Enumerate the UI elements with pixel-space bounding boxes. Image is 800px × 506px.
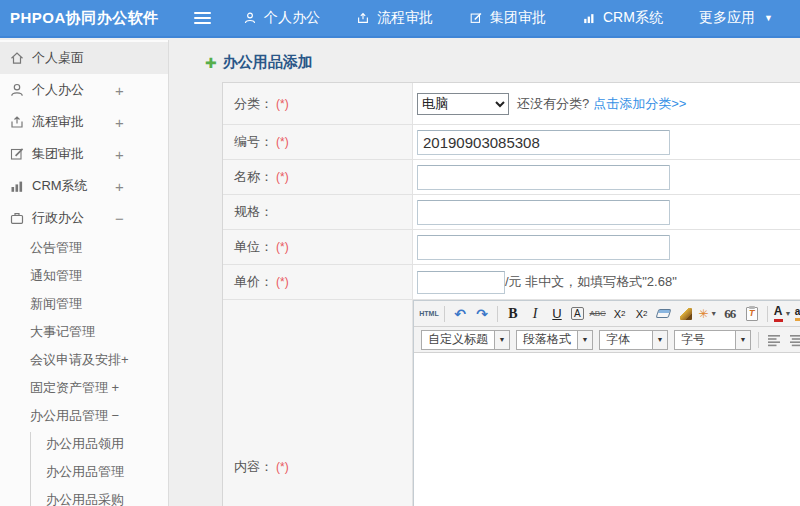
unit-input[interactable] bbox=[417, 235, 670, 260]
sidebar-item-office-supplies-mgmt[interactable]: 办公用品管理 − bbox=[0, 402, 168, 430]
superscript-button[interactable]: X2 bbox=[610, 304, 630, 324]
sidebar-item-workflow-approval[interactable]: 流程审批 + bbox=[0, 106, 168, 138]
form-row-code: 编号： (*) bbox=[223, 125, 800, 160]
category-select[interactable]: 电脑 bbox=[417, 93, 509, 115]
field-label: 规格： bbox=[234, 203, 273, 221]
sidebar-item-memorabilia-mgmt[interactable]: 大事记管理 bbox=[0, 318, 168, 346]
content-label: 内容： (*) bbox=[223, 300, 413, 506]
source-code-button[interactable]: HTML bbox=[419, 304, 439, 324]
strikethrough-button[interactable]: ABC bbox=[588, 304, 608, 324]
paste-icon[interactable]: T bbox=[742, 304, 762, 324]
price-input[interactable] bbox=[417, 271, 505, 294]
sidebar-item-personal-office[interactable]: 个人办公 + bbox=[0, 74, 168, 106]
auto-format-icon[interactable]: ✳▼ bbox=[698, 304, 718, 324]
add-plus-icon: ✚ bbox=[205, 55, 217, 71]
collapse-toggle[interactable]: − bbox=[115, 210, 124, 227]
category-hint: 还没有分类? bbox=[517, 95, 589, 113]
sidebar-label: 个人桌面 bbox=[32, 49, 84, 67]
add-category-link[interactable]: 点击添加分类>> bbox=[593, 95, 686, 113]
expand-toggle[interactable]: + bbox=[115, 146, 124, 163]
font-style-button[interactable]: A bbox=[571, 307, 584, 320]
field-label: 单位： bbox=[234, 238, 273, 256]
sidebar-item-supplies-manage[interactable]: 办公用品管理 bbox=[0, 458, 168, 486]
nav-group-approval[interactable]: 集团审批 bbox=[469, 9, 546, 27]
field-label: 分类： bbox=[234, 95, 273, 113]
align-center-icon[interactable] bbox=[786, 330, 800, 350]
page-title-text: 办公用品添加 bbox=[223, 53, 313, 72]
nav-label: 更多应用 bbox=[699, 9, 755, 27]
rich-text-editor: HTML ↶ ↷ B I U A ABC X2 X2 ✳ bbox=[413, 300, 800, 506]
nav-more-apps[interactable]: 更多应用 ▼ bbox=[699, 9, 773, 27]
paragraph-format-select[interactable]: 段落格式▼ bbox=[516, 330, 593, 350]
italic-button[interactable]: I bbox=[525, 304, 545, 324]
main-content: ✚ 办公用品添加 分类： (*) 电脑 还没有分类? 点击添加分类>> 编号： … bbox=[170, 40, 800, 506]
category-label: 分类： (*) bbox=[223, 83, 413, 124]
expand-toggle[interactable]: + bbox=[115, 82, 124, 99]
font-size-select[interactable]: 字号▼ bbox=[674, 330, 751, 350]
blockquote-button[interactable]: 66 bbox=[720, 304, 740, 324]
unit-label: 单位： (*) bbox=[223, 230, 413, 264]
bold-button[interactable]: B bbox=[503, 304, 523, 324]
eraser-icon[interactable] bbox=[654, 304, 674, 324]
align-left-icon[interactable] bbox=[764, 330, 784, 350]
sidebar-item-fixed-assets[interactable]: 固定资产管理 + bbox=[0, 374, 168, 402]
caret-down-icon: ▼ bbox=[577, 331, 592, 349]
font-family-select[interactable]: 字体▼ bbox=[599, 330, 668, 350]
sidebar-sublabel: 办公用品领用 bbox=[46, 435, 124, 453]
heading-select[interactable]: 自定义标题▼ bbox=[421, 330, 510, 350]
expand-toggle[interactable]: + bbox=[115, 178, 124, 195]
required-mark: (*) bbox=[276, 170, 289, 184]
sidebar-item-supplies-purchase[interactable]: 办公用品采购 bbox=[0, 486, 168, 506]
font-color-button[interactable]: A▼ bbox=[773, 304, 793, 324]
editor-content-area[interactable] bbox=[414, 353, 800, 506]
sidebar-item-crm[interactable]: CRM系统 + bbox=[0, 170, 168, 202]
sidebar-sublabel: 办公用品管理 − bbox=[30, 407, 119, 425]
bar-chart-icon bbox=[9, 178, 25, 194]
office-supplies-submenu: 办公用品领用 办公用品管理 办公用品采购 bbox=[0, 430, 168, 506]
paste-t: T bbox=[749, 309, 755, 318]
name-input[interactable] bbox=[417, 165, 670, 190]
spec-input[interactable] bbox=[417, 200, 670, 225]
undo-icon[interactable]: ↶ bbox=[450, 304, 470, 324]
sidebar-item-desktop[interactable]: 个人桌面 bbox=[0, 42, 168, 74]
top-nav: 个人办公 流程审批 集团审批 CRM系统 更多应用 ▼ bbox=[243, 9, 773, 27]
toolbar-separator bbox=[767, 306, 768, 322]
redo-icon[interactable]: ↷ bbox=[472, 304, 492, 324]
sidebar-item-announcement-mgmt[interactable]: 公告管理 bbox=[0, 234, 168, 262]
spec-label: 规格： bbox=[223, 195, 413, 229]
nav-crm-system[interactable]: CRM系统 bbox=[582, 9, 663, 27]
home-icon bbox=[9, 50, 25, 66]
sidebar-label: 个人办公 bbox=[32, 81, 84, 99]
sidebar-label: CRM系统 bbox=[32, 177, 88, 195]
nav-label: 个人办公 bbox=[264, 9, 320, 27]
sidebar-item-meeting-request[interactable]: 会议申请及安排+ bbox=[0, 346, 168, 374]
bar-chart-icon bbox=[582, 11, 596, 25]
sidebar-item-group-approval[interactable]: 集团审批 + bbox=[0, 138, 168, 170]
expand-toggle[interactable]: + bbox=[115, 114, 124, 131]
subscript-button[interactable]: X2 bbox=[632, 304, 652, 324]
caret-down-icon: ▼ bbox=[652, 331, 667, 349]
page-title: ✚ 办公用品添加 bbox=[205, 53, 800, 72]
highlight-color-button[interactable]: ab▼ bbox=[795, 304, 800, 324]
sidebar-sublabel: 通知管理 bbox=[30, 267, 82, 285]
code-input[interactable] bbox=[417, 130, 670, 155]
font-color-glyph: A bbox=[774, 305, 783, 321]
sidebar-item-supplies-claim[interactable]: 办公用品领用 bbox=[0, 430, 168, 458]
sidebar-item-notice-mgmt[interactable]: 通知管理 bbox=[0, 262, 168, 290]
hamburger-menu-icon[interactable] bbox=[194, 12, 211, 24]
sidebar-item-admin-office[interactable]: 行政办公 − bbox=[0, 202, 168, 234]
app-logo: PHPOA协同办公软件 bbox=[0, 9, 178, 28]
select-value: 段落格式 bbox=[517, 331, 577, 349]
format-brush-icon[interactable] bbox=[676, 304, 696, 324]
form-row-name: 名称： (*) bbox=[223, 160, 800, 195]
nav-workflow-approval[interactable]: 流程审批 bbox=[356, 9, 433, 27]
nav-label: CRM系统 bbox=[603, 9, 663, 27]
select-value: 自定义标题 bbox=[422, 331, 494, 349]
underline-button[interactable]: U bbox=[547, 304, 567, 324]
sidebar-item-news-mgmt[interactable]: 新闻管理 bbox=[0, 290, 168, 318]
superscript-exp: 2 bbox=[621, 309, 625, 318]
field-label: 内容： bbox=[234, 458, 273, 476]
sidebar-sublabel: 新闻管理 bbox=[30, 295, 82, 313]
price-format-hint: /元 非中文，如填写格式"2.68" bbox=[505, 273, 677, 291]
nav-personal-office[interactable]: 个人办公 bbox=[243, 9, 320, 27]
